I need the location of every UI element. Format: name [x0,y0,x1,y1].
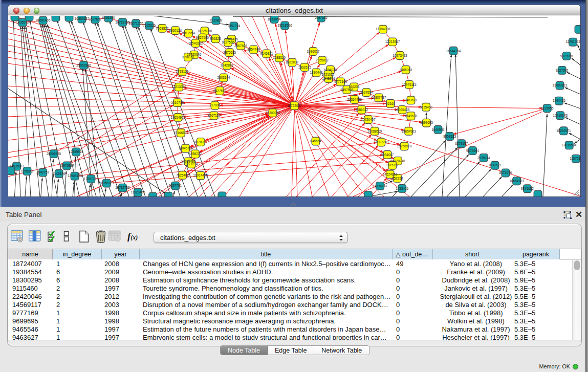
svg-text:7632621: 7632621 [489,163,502,167]
svg-text:1733426: 1733426 [396,187,408,190]
svg-text:845564: 845564 [310,139,321,143]
svg-text:8822037: 8822037 [286,60,298,64]
svg-text:14136141: 14136141 [373,184,387,188]
svg-text:8471676: 8471676 [499,171,512,174]
svg-text:62160: 62160 [386,102,395,105]
svg-text:2967608: 2967608 [234,44,247,48]
svg-text:9327506: 9327506 [222,40,234,44]
svg-text:19654925: 19654925 [171,116,186,119]
svg-text:10210643: 10210643 [553,114,568,117]
svg-text:317006: 317006 [209,103,221,107]
svg-text:9245652: 9245652 [521,187,534,190]
svg-text:8958923: 8958923 [443,135,456,138]
svg-text:15751074: 15751074 [565,40,580,43]
svg-text:8678332: 8678332 [194,140,207,144]
svg-text:1244415: 1244415 [553,99,565,102]
svg-text:6466160: 6466160 [102,16,115,19]
svg-text:8427552: 8427552 [213,89,226,93]
svg-text:3875685: 3875685 [223,51,236,54]
svg-text:18226058: 18226058 [198,29,212,33]
svg-text:8454749: 8454749 [247,48,260,51]
svg-text:12093823: 12093823 [553,83,568,87]
svg-text:7986372: 7986372 [355,108,368,112]
svg-text:9084067: 9084067 [381,153,394,157]
svg-text:9827500: 9827500 [196,36,209,39]
svg-text:12975115: 12975115 [402,83,417,86]
svg-text:1156819: 1156819 [21,169,34,173]
svg-text:7955812: 7955812 [316,58,329,62]
svg-text:9242848: 9242848 [221,63,233,67]
svg-text:18300295: 18300295 [266,111,280,115]
svg-text:15720407: 15720407 [361,118,376,121]
svg-text:19166829: 19166829 [173,131,188,135]
svg-text:18907249: 18907249 [374,140,389,144]
svg-text:1249244: 1249244 [322,77,335,80]
svg-text:6379197: 6379197 [455,142,468,145]
svg-text:20206535: 20206535 [47,152,61,156]
svg-text:6794028: 6794028 [324,68,337,72]
svg-text:1615112: 1615112 [386,163,399,167]
svg-text:18724007: 18724007 [287,104,302,107]
svg-text:10719155: 10719155 [115,20,130,24]
svg-text:9896151: 9896151 [182,55,194,59]
svg-text:7357224: 7357224 [227,24,240,28]
svg-text:9777169: 9777169 [334,80,347,83]
svg-text:19975887: 19975887 [59,164,74,167]
svg-text:16644764: 16644764 [446,49,461,53]
svg-text:19218586: 19218586 [277,24,292,27]
svg-text:1010755: 1010755 [171,101,184,104]
svg-text:20691406: 20691406 [36,18,51,22]
svg-text:11923466: 11923466 [131,190,145,194]
svg-text:19654923: 19654923 [401,129,416,133]
svg-text:7625402: 7625402 [176,173,189,177]
svg-text:3624554: 3624554 [360,91,373,94]
svg-text:252254: 252254 [392,177,403,180]
svg-text:19756928: 19756928 [397,144,412,148]
svg-text:1405572: 1405572 [16,20,29,24]
svg-text:10025438: 10025438 [395,108,410,112]
svg-text:1588520: 1588520 [273,56,286,59]
svg-text:20364436: 20364436 [347,98,362,101]
svg-text:7663822: 7663822 [156,27,169,30]
svg-text:15692971: 15692971 [556,129,571,133]
svg-text:9329966: 9329966 [560,54,573,58]
svg-text:10654183: 10654183 [509,179,524,183]
svg-text:17359924: 17359924 [69,150,83,154]
svg-text:2718126: 2718126 [176,70,189,73]
svg-text:8813054: 8813054 [268,17,281,21]
svg-text:8960124: 8960124 [169,29,182,32]
svg-text:10958123: 10958123 [99,181,114,185]
svg-text:16914479: 16914479 [193,173,208,177]
svg-text:1145194: 1145194 [53,172,66,176]
svg-text:16543382: 16543382 [188,41,203,45]
svg-text:746206: 746206 [349,85,360,89]
svg-text:2942757: 2942757 [36,170,49,174]
svg-text:10671355: 10671355 [128,21,143,25]
svg-text:8215955: 8215955 [541,106,554,110]
svg-text:1421027: 1421027 [322,73,335,76]
svg-text:1640995: 1640995 [432,128,445,132]
svg-text:1096017: 1096017 [307,50,320,53]
svg-text:10973493: 10973493 [393,54,407,57]
svg-text:9227342: 9227342 [556,69,569,72]
svg-text:17016504: 17016504 [562,143,577,147]
svg-text:1277214: 1277214 [185,162,198,166]
svg-text:6498222: 6498222 [189,152,202,156]
svg-text:14535081: 14535081 [9,164,24,168]
svg-text:2087652: 2087652 [315,16,328,19]
svg-text:996328: 996328 [210,37,221,40]
svg-text:8912954: 8912954 [182,31,195,35]
svg-text:12213369: 12213369 [171,85,186,89]
svg-text:16782759: 16782759 [115,186,130,189]
svg-text:8267110: 8267110 [208,114,221,117]
svg-text:9699695: 9699695 [420,121,433,124]
svg-text:2803144: 2803144 [217,76,230,79]
svg-text:10855287: 10855287 [75,17,90,20]
svg-text:12213967: 12213967 [385,40,400,43]
svg-text:1649578: 1649578 [405,114,418,118]
svg-text:1167533: 1167533 [570,157,580,160]
svg-text:16154808: 16154808 [376,27,390,31]
svg-text:14524851: 14524851 [383,172,398,176]
svg-text:16120746: 16120746 [390,159,405,163]
svg-text:10688609: 10688609 [367,129,382,133]
